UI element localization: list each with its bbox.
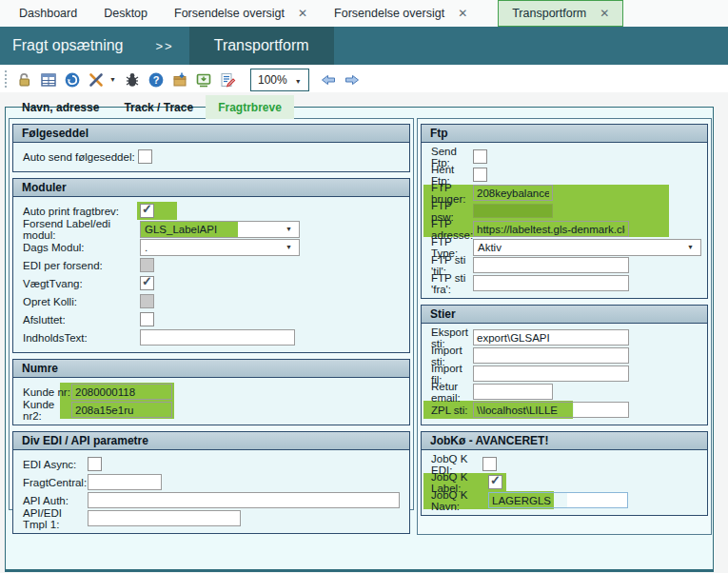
close-icon[interactable] <box>458 7 467 20</box>
forward-arrow-icon[interactable] <box>342 69 363 90</box>
breadcrumb-current: Transportform <box>189 27 334 65</box>
close-icon[interactable] <box>600 7 609 20</box>
retur-email-input[interactable] <box>473 384 553 400</box>
back-arrow-icon[interactable] <box>318 69 339 90</box>
section-stier: Stier Eksport sti: Import sti: Import fi… <box>421 305 708 425</box>
section-ftp: Ftp Send Ftp: Hent Ftp: FTP bruger: <box>421 124 708 299</box>
field-zpl-sti: ZPL sti: <box>423 402 703 418</box>
field-opret-kolli: Opret Kolli: <box>15 293 405 309</box>
auto-send-folgeseddel-checkbox[interactable] <box>138 149 152 164</box>
kunde-nr2-input[interactable] <box>71 402 172 418</box>
form-subtabs: Navn, adresse Track / Trace Fragtrbreve <box>10 95 294 119</box>
ftp-credentials-highlight: FTP bruger: FTP psw: FTP adresse: <box>423 185 669 237</box>
hent-ftp-checkbox[interactable] <box>473 168 487 182</box>
jobq-k-navn-input[interactable] <box>488 492 628 508</box>
form-panel: Følgeseddel Auto send følgeseddel: Modul… <box>5 107 714 572</box>
dags-modul-select[interactable]: . <box>140 239 300 256</box>
section-title: JobKø - AVANCERET! <box>422 432 707 450</box>
vaegttvang-checkbox[interactable] <box>140 276 154 290</box>
field-label: EDI per forsend: <box>15 260 140 271</box>
forsend-label-modul-select[interactable]: GLS_LabelAPI <box>140 221 300 238</box>
zoom-select[interactable]: 100% <box>250 69 309 91</box>
ftp-bruger-input[interactable] <box>473 185 553 201</box>
field-label: Opret Kolli: <box>15 296 140 307</box>
chevron-down-icon <box>687 244 697 250</box>
send-ftp-checkbox[interactable] <box>473 149 487 164</box>
dropdown-caret-icon[interactable] <box>109 76 119 83</box>
auto-print-fragtbrev-checkbox[interactable] <box>140 204 154 218</box>
field-label: API/EDI Tmpl 1: <box>15 507 88 530</box>
section-title: Numre <box>13 360 409 378</box>
data-table-icon[interactable] <box>38 69 59 90</box>
breadcrumb-parent[interactable]: Fragt opsætning <box>0 27 141 65</box>
field-auto-send-folgeseddel: Auto send følgeseddel: <box>15 148 405 165</box>
svg-text:?: ? <box>153 74 160 86</box>
field-api-auth: API Auth: <box>15 492 405 508</box>
tab-navn-adresse[interactable]: Navn, adresse <box>10 95 111 119</box>
field-auto-print-fragtbrev: Auto print fragtbrev: <box>15 203 405 219</box>
ftp-adresse-input[interactable] <box>473 221 629 237</box>
jobq-k-edi-checkbox[interactable] <box>482 457 497 471</box>
section-title: Moduler <box>13 179 409 197</box>
field-eksport-sti: Eksport sti: <box>423 329 703 346</box>
field-label: API Auth: <box>15 495 88 506</box>
toolbar-grip-handle[interactable] <box>3 70 9 89</box>
api-edi-tmpl1-input[interactable] <box>88 510 241 526</box>
tab-forsendelse-oversigt-1[interactable]: Forsendelse oversigt <box>161 0 321 27</box>
bug-icon[interactable] <box>122 69 143 90</box>
ftp-password-redacted[interactable] <box>473 204 553 218</box>
edit-tools-icon[interactable] <box>86 69 107 90</box>
field-jobq-k-edi: JobQ K EDI: <box>423 456 703 472</box>
indholdstext-input[interactable] <box>140 329 295 346</box>
field-label: EDI Async: <box>15 459 88 470</box>
chevron-down-icon <box>285 226 295 232</box>
archive-import-icon[interactable] <box>169 69 190 90</box>
field-ftp-sti-til: FTP sti 'til': <box>423 257 703 273</box>
field-label: Afsluttet: <box>15 314 140 326</box>
document-tab-bar: Dashboard Desktop Forsendelse oversigt F… <box>0 0 728 27</box>
ftp-sti-til-input[interactable] <box>473 257 629 273</box>
import-sti-input[interactable] <box>473 347 629 364</box>
fragtcentral-input[interactable] <box>88 474 162 490</box>
eksport-sti-input[interactable] <box>473 329 629 346</box>
tab-fragtbreve[interactable]: Fragtrbreve <box>206 95 294 119</box>
close-icon[interactable] <box>298 7 307 20</box>
breadcrumb: Fragt opsætning >> Transportform <box>0 27 728 65</box>
field-label: IndholdsText: <box>15 332 140 344</box>
kunde-nr-input[interactable] <box>71 384 172 400</box>
breadcrumb-separator: >> <box>141 27 189 65</box>
tab-transportform[interactable]: Transportform <box>498 0 623 27</box>
refresh-icon[interactable] <box>62 69 83 90</box>
ftp-type-select[interactable]: Aktiv <box>473 239 701 256</box>
field-ftp-adresse: FTP adresse: <box>423 221 669 237</box>
field-edi-per-forsend: EDI per forsend: <box>15 257 405 273</box>
right-column-groupbox: Ftp Send Ftp: Hent Ftp: FTP bruger: <box>417 118 712 535</box>
tab-dashboard[interactable]: Dashboard <box>6 0 90 27</box>
api-auth-input[interactable] <box>88 492 400 508</box>
afsluttet-checkbox[interactable] <box>140 312 154 326</box>
zpl-sti-input[interactable] <box>473 402 629 418</box>
edit-document-icon[interactable] <box>217 69 238 90</box>
tab-forsendelse-oversigt-2[interactable]: Forsendelse oversigt <box>321 0 481 27</box>
field-label: Retur email: <box>423 381 473 404</box>
tab-desktop[interactable]: Desktop <box>90 0 161 27</box>
field-kunde-nr: Kunde nr: <box>15 384 405 400</box>
field-ftp-sti-fra: FTP sti 'fra': <box>423 275 703 291</box>
field-ftp-psw: FTP psw: <box>423 203 669 219</box>
ftp-sti-fra-input[interactable] <box>473 275 629 291</box>
export-download-icon[interactable] <box>193 69 214 90</box>
section-title: Stier <box>422 306 707 324</box>
field-label: Kunde nr: <box>15 386 71 398</box>
lock-icon[interactable] <box>14 69 35 90</box>
jobq-k-label-checkbox[interactable] <box>488 475 502 489</box>
import-fil-input[interactable] <box>473 366 629 382</box>
field-jobq-k-label: JobQ K Label: <box>423 474 703 490</box>
field-label: ZPL sti: <box>423 405 473 416</box>
edi-per-forsend-checkbox <box>140 258 154 272</box>
zoom-value: 100% <box>258 73 287 87</box>
edi-async-checkbox[interactable] <box>88 457 102 471</box>
tab-label: Dashboard <box>19 7 77 20</box>
help-icon[interactable]: ? <box>146 69 167 90</box>
tab-track-trace[interactable]: Track / Trace <box>111 95 206 119</box>
field-label: Kunde nr2: <box>15 399 71 422</box>
